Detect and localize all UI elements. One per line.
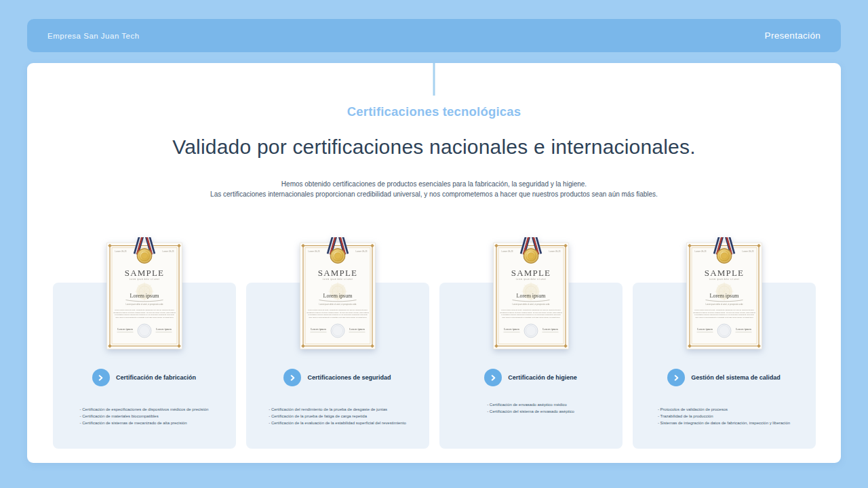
bullet-item: - Sistemas de integración de datos de fa… — [658, 420, 790, 427]
brand-title: Empresa San Juan Tech — [47, 32, 140, 40]
section-subtitle: Hemos obtenido certificaciones de produc… — [27, 180, 841, 199]
chevron-right-icon — [673, 375, 679, 381]
certificate-image — [298, 237, 376, 350]
chevron-right-icon — [490, 375, 496, 381]
card-certificacion-higiene: Certificación de higiene - Certificación… — [439, 283, 623, 449]
card-bullet-list: - Certificación de envasado aséptico méd… — [487, 402, 574, 415]
bullet-item: - Certificación de envasado aséptico méd… — [487, 402, 574, 409]
card-bullet-list: - Certificación del rendimiento de la pr… — [269, 407, 406, 427]
bullet-item: - Certificación de sistemas de mecanizad… — [80, 420, 209, 427]
presentation-page: Empresa San Juan Tech Presentación Certi… — [0, 0, 868, 488]
bullet-item: - Protocolos de validación de procesos — [658, 407, 790, 413]
page-title: Validado por certificaciones nacionales … — [27, 136, 841, 159]
chevron-circle-button[interactable] — [283, 369, 301, 386]
bullet-item: - Certificación de la prueba de fatiga d… — [269, 413, 406, 420]
card-header: Certificación de fabricación — [53, 369, 236, 386]
card-title: Certificaciones de seguridad — [307, 374, 391, 381]
chevron-circle-button[interactable] — [484, 369, 502, 386]
slide-panel: Certificaciones tecnológicas Validado po… — [27, 63, 841, 463]
chevron-circle-button[interactable] — [667, 369, 685, 386]
card-gestion-sistema-calidad: Gestión del sistema de calidad - Protoco… — [633, 283, 816, 449]
top-divider-line — [433, 63, 435, 96]
card-certificaciones-seguridad: Certificaciones de seguridad - Certifica… — [246, 283, 429, 449]
card-header: Gestión del sistema de calidad — [633, 369, 816, 386]
nav-item-presentacion[interactable]: Presentación — [765, 30, 821, 41]
card-title: Certificación de higiene — [508, 374, 577, 381]
bullet-item: - Trazabilidad de la producción — [658, 413, 790, 420]
subtitle-line-2: Las certificaciones internacionales prop… — [27, 190, 841, 200]
certification-cards-row: Certificación de fabricación - Certifica… — [27, 283, 841, 449]
bullet-item: - Certificación del sistema de envasado … — [487, 409, 574, 415]
certificate-image — [492, 237, 570, 350]
subtitle-line-1: Hemos obtenido certificaciones de produc… — [27, 180, 841, 190]
top-navigation-bar: Empresa San Juan Tech Presentación — [27, 19, 841, 52]
card-header: Certificaciones de seguridad — [246, 369, 429, 386]
section-eyebrow: Certificaciones tecnológicas — [27, 104, 841, 119]
card-certificacion-fabricacion: Certificación de fabricación - Certifica… — [53, 283, 236, 449]
chevron-right-icon — [98, 375, 104, 381]
chevron-circle-button[interactable] — [92, 369, 110, 386]
bullet-item: - Certificación de la evaluación de la e… — [269, 420, 406, 427]
bullet-item: - Certificación de especificaciones de d… — [80, 407, 209, 413]
card-bullet-list: - Protocolos de validación de procesos -… — [658, 407, 790, 427]
bullet-item: - Certificación del rendimiento de la pr… — [269, 407, 406, 413]
card-header: Certificación de higiene — [439, 369, 623, 386]
card-title: Gestión del sistema de calidad — [691, 374, 781, 381]
certificate-image — [685, 237, 763, 350]
card-bullet-list: - Certificación de especificaciones de d… — [80, 407, 209, 427]
bullet-item: - Certificación de materiales biocompati… — [80, 413, 209, 420]
chevron-right-icon — [290, 375, 296, 381]
card-title: Certificación de fabricación — [116, 374, 196, 381]
certificate-image — [105, 237, 183, 350]
